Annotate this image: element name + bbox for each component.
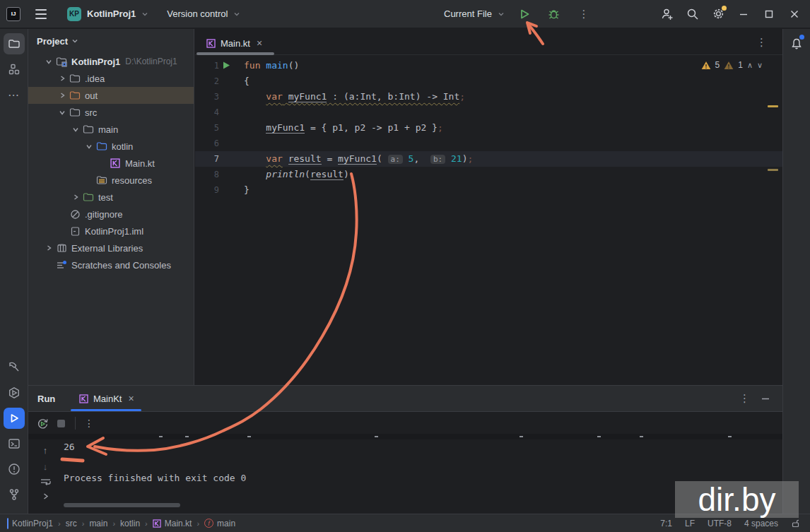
vcs-widget[interactable]: Version control [167, 8, 240, 19]
close-tab-icon[interactable]: × [257, 37, 262, 49]
run-line-icon[interactable] [222, 61, 230, 70]
breadcrumb-item-main-kt[interactable]: Main.kt [153, 519, 192, 528]
debug-button[interactable] [544, 4, 564, 24]
folder-source-icon [95, 140, 108, 153]
line-number[interactable]: 8 [195, 167, 219, 182]
chevron-right-icon[interactable] [56, 89, 69, 102]
run-button[interactable] [515, 4, 534, 24]
caret-position-widget[interactable]: 7:1 [660, 519, 672, 528]
line-number[interactable]: 5 [195, 120, 219, 136]
git-tool-button[interactable] [4, 484, 25, 505]
line-number[interactable]: 3 [195, 89, 219, 105]
tree-item-out[interactable]: out [28, 87, 194, 104]
lock-icon[interactable] [791, 519, 800, 528]
line-number[interactable]: 2 [195, 73, 219, 89]
breadcrumb-item-kotlin[interactable]: kotlin [120, 519, 140, 528]
console-horizontal-scrollbar[interactable] [64, 503, 180, 507]
code-line-9[interactable]: } [244, 182, 250, 198]
chevron-down-icon[interactable] [83, 140, 95, 153]
line-ending-widget[interactable]: LF [685, 519, 695, 528]
editor-tab-mainkt[interactable]: Main.kt × [201, 33, 268, 53]
tree-item--gitignore[interactable]: .gitignore [28, 206, 194, 223]
tree-item-scratches-and-consoles[interactable]: Scratches and Consoles [28, 256, 194, 273]
editor[interactable]: Main.kt × ⋮ 5 1 ∧ ∨ 1fun main()2{3 var m… [195, 29, 782, 385]
chevron-right-icon[interactable] [56, 72, 69, 85]
code-line-7[interactable]: var result = myFunc1( a: 5, b: 21); [244, 151, 473, 167]
terminal-tool-button[interactable] [4, 433, 25, 454]
editor-options-button[interactable]: ⋮ [756, 36, 767, 49]
chevron-right-icon[interactable] [69, 191, 82, 203]
tree-item-src[interactable]: src [28, 104, 194, 121]
line-number[interactable]: 6 [195, 136, 219, 151]
console-gutter: ↑ ↓ [28, 439, 62, 514]
expand-icon[interactable] [42, 492, 49, 500]
code-area[interactable]: 1fun main()2{3 var myFunc1 : (a:Int, b:I… [195, 55, 782, 385]
scroll-up-icon[interactable]: ↑ [43, 445, 48, 456]
soft-wrap-icon[interactable] [40, 478, 51, 487]
tree-item-kotlinproj1[interactable]: KotlinProj1D:\KotlinProj1 [28, 53, 194, 70]
run-tab-mainkt[interactable]: MainKt × [71, 386, 143, 411]
tree-item-external-libraries[interactable]: External Libraries [28, 240, 194, 256]
rerun-button[interactable] [37, 418, 49, 430]
line-number[interactable]: 4 [195, 105, 219, 120]
settings-button[interactable] [708, 4, 728, 24]
run-tool-button[interactable] [4, 408, 25, 429]
tree-item-test[interactable]: test [28, 189, 194, 206]
warning-scroll-mark[interactable] [768, 169, 778, 171]
code-with-me-button[interactable] [657, 4, 677, 24]
chevron-down-icon[interactable] [56, 106, 69, 119]
code-token: myFunc1 [288, 91, 327, 102]
more-actions-button[interactable]: ⋮ [574, 4, 594, 24]
chevron-right-icon[interactable] [42, 242, 55, 254]
tree-item-kotlinproj1-iml[interactable]: KotlinProj1.iml [28, 223, 194, 240]
code-token: myFunc1 [338, 153, 377, 165]
tree-item-kotlin[interactable]: kotlin [28, 138, 194, 155]
run-tool-window-title[interactable]: Run [37, 394, 55, 404]
structure-tool-button[interactable] [4, 59, 25, 80]
code-line-1[interactable]: fun main() [244, 58, 299, 73]
code-line-3[interactable]: var myFunc1 : (a:Int, b:Int) -> Int; [244, 89, 465, 105]
code-line-2[interactable]: { [244, 73, 250, 89]
maximize-window-button[interactable] [759, 4, 779, 24]
run-options-button[interactable]: ⋮ [739, 392, 750, 405]
chevron-down-icon[interactable] [69, 123, 82, 136]
more-tool-windows-button[interactable]: ⋯ [4, 84, 25, 105]
scroll-down-icon[interactable]: ↓ [43, 461, 48, 472]
services-tool-button[interactable] [4, 382, 25, 403]
parameter-hint: a: [388, 155, 403, 164]
line-number[interactable]: 7 [195, 151, 219, 167]
breadcrumb-item-kotlinproj1[interactable]: KotlinProj1 [7, 519, 53, 528]
code-line-8[interactable]: println(result); [244, 167, 355, 182]
close-window-button[interactable] [785, 4, 804, 24]
build-tool-button[interactable] [4, 357, 25, 378]
project-tool-button[interactable] [4, 33, 25, 54]
tree-item-resources[interactable]: resources [28, 172, 194, 189]
console-more-button[interactable]: ⋮ [84, 418, 94, 429]
problems-tool-button[interactable] [4, 459, 25, 480]
indent-widget[interactable]: 4 spaces [744, 519, 778, 528]
console-output[interactable]: 26Process finished with exit code 0 [64, 439, 246, 486]
stop-button[interactable] [56, 418, 66, 429]
warning-scroll-mark[interactable] [768, 105, 778, 107]
close-tab-icon[interactable]: × [128, 393, 134, 404]
tree-item--idea[interactable]: .idea [28, 70, 194, 87]
breadcrumb-item-main[interactable]: fmain [204, 519, 235, 528]
breadcrumb-item-src[interactable]: src [66, 519, 77, 528]
code-token [244, 169, 266, 179]
tree-item-main-kt[interactable]: Main.kt [28, 155, 194, 172]
tree-item-main[interactable]: main [28, 121, 194, 138]
line-number[interactable]: 9 [195, 182, 219, 198]
line-number[interactable]: 1 [195, 58, 219, 73]
breadcrumb-item-main[interactable]: main [89, 519, 107, 528]
code-line-5[interactable]: myFunc1 = { p1, p2 -> p1 + p2 }; [244, 120, 443, 136]
project-panel-header[interactable]: Project [28, 29, 194, 53]
main-menu-button[interactable] [30, 4, 52, 25]
chevron-down-icon[interactable] [42, 55, 55, 68]
encoding-widget[interactable]: UTF-8 [708, 519, 732, 528]
minimize-window-button[interactable] [734, 4, 753, 24]
search-everywhere-button[interactable] [683, 4, 703, 24]
run-configuration-selector[interactable]: Current File [444, 8, 505, 19]
hide-tool-window-button[interactable] [761, 394, 770, 403]
notifications-button[interactable] [786, 33, 807, 54]
project-selector[interactable]: KotlinProj1 [87, 8, 148, 19]
